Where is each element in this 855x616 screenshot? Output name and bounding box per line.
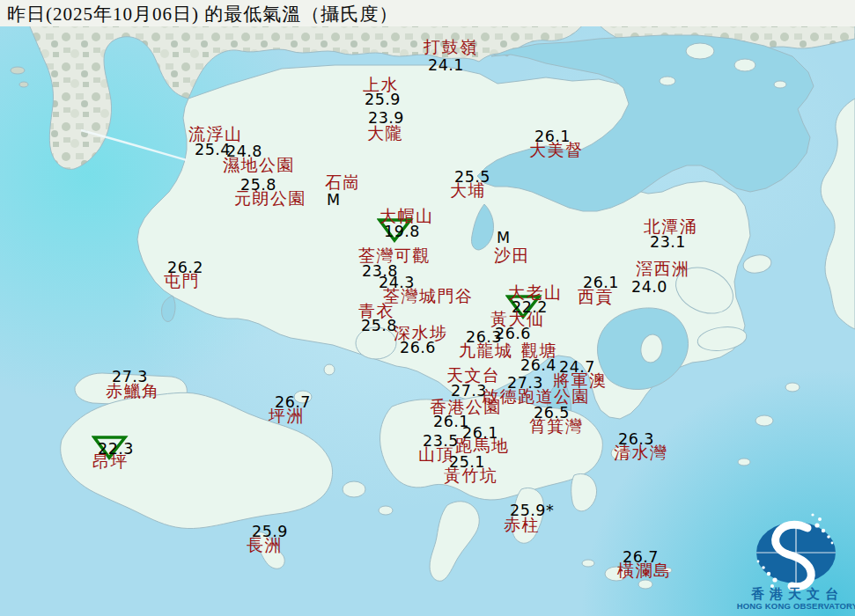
station-name-label: 上水	[363, 77, 399, 93]
station-name-label: 長洲	[247, 537, 283, 554]
station-name-label: 昂坪	[92, 453, 129, 470]
station-name-label: 北潭涌	[644, 218, 698, 235]
hko-logo: 香港天文台 HONG KONG OBSERVATORY	[740, 510, 855, 616]
station-value: M	[327, 193, 341, 209]
station-name-label: 黃大仙	[490, 311, 545, 327]
station-name-label: 滘西洲	[636, 260, 690, 277]
station-name-label: 九龍城	[459, 342, 513, 359]
station-name-label: 赤柱	[504, 517, 540, 533]
station-name-label: 屯門	[164, 273, 200, 290]
station-name-label: 打鼓嶺	[424, 39, 478, 55]
station-name-label: 坪洲	[269, 407, 305, 424]
station-name-label: 荃灣可觀	[358, 247, 431, 264]
hko-logo-name-en: HONG KONG OBSERVATORY	[734, 601, 855, 611]
station-name-label: 赤鱲角	[106, 383, 160, 400]
station-name-label: 天文台	[446, 367, 501, 384]
station-value: 24.0	[631, 280, 667, 296]
station-name-label: 橫瀾島	[617, 562, 672, 579]
station-value: 24.1	[428, 58, 464, 74]
station-name-label: 西貢	[578, 289, 614, 305]
station-name-label: 荃灣城門谷	[383, 288, 474, 304]
weather-map-page: 24.1打鼓嶺25.9上水23.9大隴25.4流浮山24.8濕地公園25.8元朗…	[0, 0, 855, 616]
station-name-label: 青衣	[358, 303, 394, 319]
station-name-label: 石崗	[325, 174, 361, 191]
station-value: M	[497, 231, 511, 246]
station-name-label: 黃竹坑	[444, 467, 498, 484]
station-name-label: 深水埗	[394, 325, 448, 341]
station-name-label: 觀塘	[521, 342, 557, 359]
station-value: 26.6	[400, 341, 436, 356]
station-value: 25.8	[361, 319, 397, 334]
station-name-label: 清水灣	[614, 444, 668, 461]
station-name-label: 大老山	[508, 284, 563, 301]
station-name-label: 香港公園	[430, 399, 502, 415]
station-name-label: 跑馬地	[455, 437, 510, 454]
station-value: 25.9	[365, 92, 401, 108]
station-name-label: 大美督	[529, 142, 584, 158]
station-value: 23.1	[650, 235, 686, 251]
station-name-label: 大埔	[450, 182, 486, 199]
station-name-label: 濕地公園	[223, 157, 295, 173]
station-name-label: 沙田	[494, 247, 530, 264]
station-name-label: 大隴	[367, 125, 403, 142]
station-value: 19.8	[384, 224, 420, 240]
station-value: 26.4	[520, 358, 556, 374]
station-labels-layer: 24.1打鼓嶺25.9上水23.9大隴25.4流浮山24.8濕地公園25.8元朗…	[0, 0, 855, 616]
station-name-label: 筲箕灣	[529, 418, 584, 435]
title-bar: 昨日(2025年10月06日) 的最低氣溫（攝氏度）	[0, 0, 855, 26]
station-name-label: 大帽山	[380, 208, 434, 224]
page-title: 昨日(2025年10月06日) 的最低氣溫（攝氏度）	[7, 2, 398, 26]
station-name-label: 流浮山	[188, 126, 243, 143]
station-name-label: 元朗公園	[234, 190, 306, 207]
